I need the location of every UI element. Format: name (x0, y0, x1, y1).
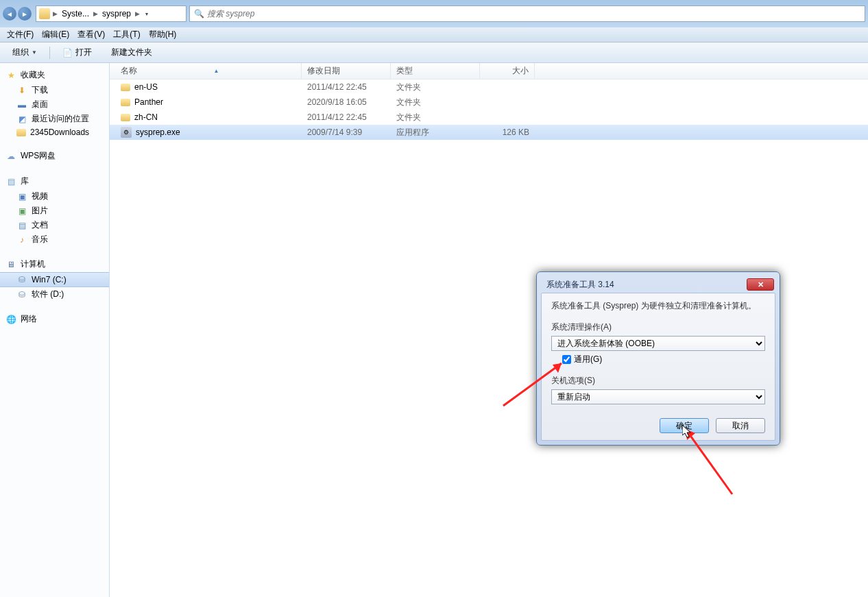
sidebar-item-label: Win7 (C:) (32, 275, 67, 284)
desktop-icon: ▬ (16, 99, 27, 110)
menu-help[interactable]: 帮助(H) (145, 27, 181, 42)
shutdown-label: 关机选项(S) (551, 375, 765, 387)
menu-edit[interactable]: 编辑(E) (38, 27, 73, 42)
sidebar-item-recent[interactable]: ◩ 最近访问的位置 (0, 112, 109, 126)
sidebar-item-label: 音乐 (32, 234, 48, 245)
sidebar-item-documents[interactable]: ▤ 文档 (0, 218, 109, 232)
sidebar-header-wps[interactable]: ☁ WPS网盘 (0, 148, 109, 164)
libraries-label: 库 (21, 175, 29, 187)
folder-icon (16, 129, 26, 136)
column-header-name[interactable]: 名称 ▲ (110, 63, 302, 79)
breadcrumb-part[interactable]: sysprep (101, 9, 132, 19)
generalize-label: 通用(G) (574, 354, 602, 365)
file-name: en-US (134, 82, 158, 92)
new-folder-button[interactable]: 新建文件夹 (104, 45, 159, 60)
sidebar-header-libraries[interactable]: ▤ 库 (0, 173, 109, 189)
new-folder-label: 新建文件夹 (111, 47, 152, 58)
search-input[interactable] (207, 9, 860, 19)
sidebar-computer: 🖥 计算机 ⛁ Win7 (C:) ⛁ 软件 (D:) (0, 256, 109, 302)
cancel-button[interactable]: 取消 (716, 418, 765, 433)
nav-buttons: ◄ ► (3, 7, 32, 21)
sidebar-header-network[interactable]: 🌐 网络 (0, 311, 109, 327)
file-date-cell: 2011/4/12 22:45 (302, 82, 391, 92)
sidebar: ★ 收藏夹 ⬇ 下载 ▬ 桌面 ◩ 最近访问的位置 2345Downloads (0, 63, 110, 597)
sidebar-item-drive-c[interactable]: ⛁ Win7 (C:) (0, 272, 109, 287)
breadcrumb-dropdown[interactable]: ▾ (143, 7, 151, 21)
nav-back-button[interactable]: ◄ (3, 7, 16, 21)
sidebar-item-label: 2345Downloads (30, 127, 89, 137)
file-type-cell: 应用程序 (391, 127, 480, 138)
folder-icon (121, 114, 130, 121)
nav-forward-button[interactable]: ► (18, 7, 32, 21)
sidebar-item-downloads[interactable]: ⬇ 下载 (0, 83, 109, 97)
file-type-cell: 文件夹 (391, 112, 480, 123)
chevron-right-icon: ▶ (135, 10, 140, 17)
sidebar-header-computer[interactable]: 🖥 计算机 (0, 256, 109, 272)
sidebar-item-label: 桌面 (32, 99, 48, 110)
menu-tools[interactable]: 工具(T) (109, 27, 144, 42)
open-button[interactable]: 📄 打开 (56, 45, 99, 60)
sidebar-libraries: ▤ 库 ▣ 视频 ▣ 图片 ▤ 文档 ♪ 音乐 (0, 173, 109, 247)
file-row[interactable]: ⚙sysprep.exe2009/7/14 9:39应用程序126 KB (110, 125, 868, 140)
open-icon: 📄 (62, 48, 73, 58)
column-header-size[interactable]: 大小 (480, 63, 535, 79)
sidebar-wps: ☁ WPS网盘 (0, 148, 109, 164)
file-list-body: en-US2011/4/12 22:45文件夹Panther2020/9/18 … (110, 80, 868, 140)
file-date-cell: 2011/4/12 22:45 (302, 112, 391, 122)
sidebar-item-video[interactable]: ▣ 视频 (0, 189, 109, 204)
column-header-row: 名称 ▲ 修改日期 类型 大小 (110, 63, 868, 80)
close-button[interactable]: ✕ (747, 278, 774, 291)
file-name-cell: en-US (110, 82, 302, 92)
sidebar-item-label: 下载 (32, 84, 48, 96)
chevron-right-icon: ▶ (93, 10, 98, 17)
chevron-down-icon: ▼ (32, 49, 37, 56)
sidebar-item-pictures[interactable]: ▣ 图片 (0, 204, 109, 218)
cleanup-select[interactable]: 进入系统全新体验 (OOBE) (551, 336, 765, 351)
file-row[interactable]: zh-CN2011/4/12 22:45文件夹 (110, 110, 868, 125)
menu-file[interactable]: 文件(F) (3, 27, 38, 42)
cleanup-group: 系统清理操作(A) 进入系统全新体验 (OOBE) 通用(G) (551, 321, 765, 365)
folder-icon (121, 99, 130, 106)
file-date-cell: 2020/9/18 16:05 (302, 97, 391, 107)
drive-icon: ⛁ (16, 274, 27, 285)
recent-icon: ◩ (16, 114, 27, 125)
file-name-cell: Panther (110, 97, 302, 107)
library-icon: ▤ (5, 176, 16, 187)
sidebar-item-drive-d[interactable]: ⛁ 软件 (D:) (0, 287, 109, 302)
drive-icon: ⛁ (16, 289, 27, 300)
generalize-checkbox[interactable] (562, 355, 571, 364)
sidebar-header-favorites[interactable]: ★ 收藏夹 (0, 67, 109, 83)
file-row[interactable]: en-US2011/4/12 22:45文件夹 (110, 80, 868, 95)
sidebar-item-desktop[interactable]: ▬ 桌面 (0, 97, 109, 112)
titlebar: ◄ ► ▶ Syste... ▶ sysprep ▶ ▾ 🔍 (0, 0, 868, 27)
dialog-title: 系统准备工具 3.14 (546, 279, 614, 291)
address-breadcrumb[interactable]: ▶ Syste... ▶ sysprep ▶ ▾ (36, 5, 186, 22)
sidebar-item-label: 软件 (D:) (32, 289, 64, 300)
folder-icon (121, 84, 130, 91)
dialog-titlebar[interactable]: 系统准备工具 3.14 ✕ (541, 276, 775, 293)
toolbar: 组织 ▼ 📄 打开 新建文件夹 (0, 42, 868, 63)
shutdown-group: 关机选项(S) 重新启动 (551, 375, 765, 404)
sidebar-favorites: ★ 收藏夹 ⬇ 下载 ▬ 桌面 ◩ 最近访问的位置 2345Downloads (0, 67, 109, 138)
toolbar-separator (49, 47, 50, 59)
dialog-buttons: 确定 取消 (551, 418, 765, 433)
sidebar-item-2345downloads[interactable]: 2345Downloads (0, 126, 109, 138)
shutdown-select[interactable]: 重新启动 (551, 389, 765, 404)
column-header-type[interactable]: 类型 (391, 63, 480, 79)
column-header-date[interactable]: 修改日期 (302, 63, 391, 79)
organize-label: 组织 (12, 47, 29, 58)
folder-icon (39, 8, 50, 19)
organize-button[interactable]: 组织 ▼ (5, 45, 44, 60)
open-label: 打开 (75, 47, 92, 58)
sidebar-item-music[interactable]: ♪ 音乐 (0, 232, 109, 247)
computer-icon: 🖥 (5, 259, 16, 270)
menu-view[interactable]: 查看(V) (73, 27, 109, 42)
sysprep-dialog: 系统准备工具 3.14 ✕ 系统准备工具 (Sysprep) 为硬件独立和清理准… (536, 271, 780, 446)
sidebar-item-label: 图片 (32, 205, 48, 217)
generalize-row[interactable]: 通用(G) (551, 354, 765, 365)
ok-button[interactable]: 确定 (660, 418, 709, 433)
file-row[interactable]: Panther2020/9/18 16:05文件夹 (110, 95, 868, 110)
dialog-description: 系统准备工具 (Sysprep) 为硬件独立和清理准备计算机。 (551, 300, 765, 312)
exe-icon: ⚙ (121, 127, 132, 138)
breadcrumb-part[interactable]: Syste... (60, 9, 91, 19)
